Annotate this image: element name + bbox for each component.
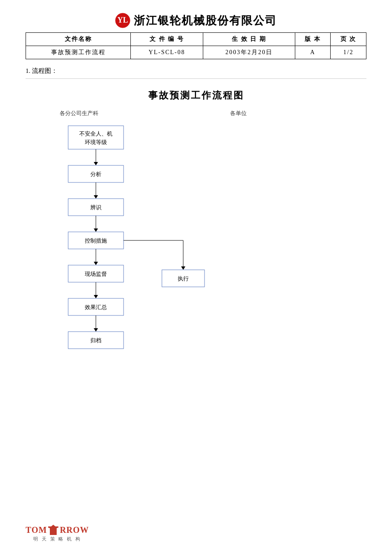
svg-text:YL: YL xyxy=(117,16,128,24)
svg-text:归档: 归档 xyxy=(90,337,101,344)
col-label-left: 各分公司生产科 xyxy=(60,110,153,117)
col-header-version: 版 本 xyxy=(295,33,331,46)
company-logo-icon: YL xyxy=(115,13,130,28)
col-header-name: 文件名称 xyxy=(26,33,131,46)
page: YL 浙江银轮机械股份有限公司 文件名称 文 件 编 号 生 效 日 期 版 本… xyxy=(0,0,392,555)
svg-text:执行: 执行 xyxy=(178,275,189,282)
section-label: 1. 流程图： xyxy=(26,67,366,79)
col-header-code: 文 件 编 号 xyxy=(131,33,203,46)
svg-text:分析: 分析 xyxy=(90,171,101,177)
header: YL 浙江银轮机械股份有限公司 xyxy=(26,13,366,28)
table-header-row: 文件名称 文 件 编 号 生 效 日 期 版 本 页 次 xyxy=(26,33,366,46)
svg-rect-38 xyxy=(48,526,58,528)
svg-text:效果汇总: 效果汇总 xyxy=(85,304,107,310)
svg-text:环境等级: 环境等级 xyxy=(85,139,107,145)
cell-date: 2003年2月20日 xyxy=(203,46,295,59)
building-icon xyxy=(48,524,58,535)
info-table: 文件名称 文 件 编 号 生 效 日 期 版 本 页 次 事故预测工作流程 YL… xyxy=(26,32,366,59)
cell-page: 1/2 xyxy=(331,46,366,59)
svg-text:现场监督: 现场监督 xyxy=(85,271,107,277)
svg-marker-14 xyxy=(94,228,98,232)
column-labels: 各分公司生产科 各单位 xyxy=(26,110,366,117)
col-header-page: 页 次 xyxy=(331,33,366,46)
bottom-logo: TOM RROW 明 天 策 略 机 构 xyxy=(26,524,89,542)
col-header-date: 生 效 日 期 xyxy=(203,33,295,46)
col-label-right: 各单位 xyxy=(230,110,247,117)
svg-text:不安全人、机: 不安全人、机 xyxy=(79,130,112,137)
company-name: 浙江银轮机械股份有限公司 xyxy=(134,13,277,28)
svg-rect-37 xyxy=(55,528,57,535)
logo-tom: TOM xyxy=(26,525,47,535)
logo-subtitle: 明 天 策 略 机 构 xyxy=(33,536,81,542)
tomorrow-logo-text: TOM RROW xyxy=(26,524,89,535)
cell-version: A xyxy=(295,46,331,59)
svg-text:辨识: 辨识 xyxy=(90,204,101,211)
svg-marker-6 xyxy=(94,162,98,165)
flow-svg: 不安全人、机 环境等级 分析 辨识 控制措施 xyxy=(26,121,324,369)
svg-marker-27 xyxy=(94,295,98,298)
svg-rect-36 xyxy=(50,528,52,535)
flow-diagram: 不安全人、机 环境等级 分析 辨识 控制措施 xyxy=(26,121,366,377)
svg-marker-10 xyxy=(94,195,98,199)
svg-marker-31 xyxy=(94,328,98,332)
cell-code: YL-SCL-08 xyxy=(131,46,203,59)
svg-rect-2 xyxy=(68,126,124,149)
svg-marker-19 xyxy=(181,266,185,270)
flow-title: 事故预测工作流程图 xyxy=(26,89,366,102)
svg-text:控制措施: 控制措施 xyxy=(85,237,107,244)
svg-marker-21 xyxy=(94,262,98,265)
logo-rrow: RROW xyxy=(60,525,89,535)
cell-name: 事故预测工作流程 xyxy=(26,46,131,59)
table-data-row: 事故预测工作流程 YL-SCL-08 2003年2月20日 A 1/2 xyxy=(26,46,366,59)
